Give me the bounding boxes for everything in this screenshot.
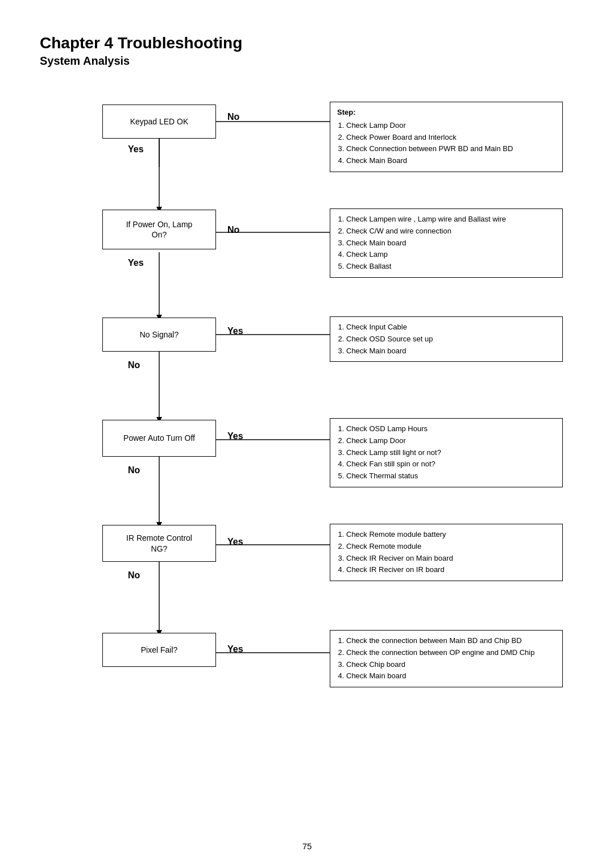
label-yes-b6: Yes [227, 644, 243, 654]
box-ir-remote-control: IR Remote ControlNG? [102, 525, 216, 562]
info-list-2: Check Lampen wire , Lamp wire and Ballas… [346, 214, 555, 273]
info-list-6: Check the connection between Main BD and… [346, 635, 555, 682]
label-yes-b1: Yes [128, 144, 144, 155]
info-box-3: Check Input Cable Check OSD Source set u… [330, 316, 563, 362]
label-no-b4: No [128, 465, 140, 475]
label-no-b3: No [128, 360, 140, 370]
page: Chapter 4 Troubleshooting System Analysi… [0, 0, 614, 868]
info-list-3: Check Input Cable Check OSD Source set u… [346, 322, 555, 357]
label-yes-b5: Yes [227, 537, 243, 547]
info-box-6: Check the connection between Main BD and… [330, 630, 563, 687]
box-power-on-lamp: If Power On, LampOn? [102, 210, 216, 249]
box-keypad-led-ok: Keypad LED OK [102, 105, 216, 139]
label-no-b1: No [227, 112, 239, 122]
diagram: Keypad LED OK No Yes Step: Check Lamp Do… [40, 79, 574, 761]
label-yes-b4: Yes [227, 431, 243, 441]
page-number: 75 [0, 841, 614, 851]
info-list-5: Check Remote module battery Check Remote… [346, 529, 555, 576]
info-box-2: Check Lampen wire , Lamp wire and Ballas… [330, 208, 563, 278]
chapter-title: Chapter 4 Troubleshooting [40, 34, 574, 52]
box-power-auto-turn-off: Power Auto Turn Off [102, 420, 216, 457]
box-no-signal: No Signal? [102, 318, 216, 352]
box-pixel-fail: Pixel Fail? [102, 633, 216, 667]
step-label: Step: [337, 107, 555, 119]
info-list-1: Check Lamp Door Check Power Board and In… [346, 120, 555, 167]
subtitle: System Analysis [40, 55, 574, 68]
info-box-4: Check OSD Lamp Hours Check Lamp Door Che… [330, 418, 563, 487]
info-box-5: Check Remote module battery Check Remote… [330, 524, 563, 581]
label-no-b5: No [128, 570, 140, 581]
info-list-4: Check OSD Lamp Hours Check Lamp Door Che… [346, 423, 555, 482]
label-yes-b3: Yes [227, 326, 243, 336]
label-yes-b2: Yes [128, 258, 144, 268]
info-box-1: Step: Check Lamp Door Check Power Board … [330, 102, 563, 172]
label-no-b2: No [227, 225, 239, 235]
